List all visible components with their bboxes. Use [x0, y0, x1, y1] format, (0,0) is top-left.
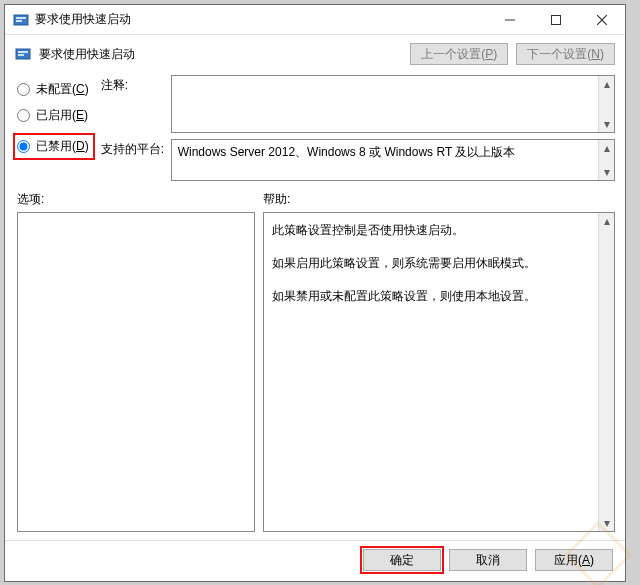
scroll-up-icon[interactable]: ▴ — [599, 140, 614, 156]
window-title: 要求使用快速启动 — [35, 11, 131, 28]
radio-disabled-input[interactable] — [17, 140, 30, 153]
next-setting-button[interactable]: 下一个设置(N) — [516, 43, 615, 65]
radio-enabled[interactable]: 已启用(E) — [17, 107, 95, 124]
scroll-track[interactable] — [599, 229, 614, 515]
svg-rect-8 — [18, 51, 28, 53]
policy-icon — [15, 46, 31, 62]
svg-rect-2 — [16, 20, 22, 22]
cancel-button[interactable]: 取消 — [449, 549, 527, 571]
scroll-track[interactable] — [599, 156, 614, 164]
highlight-disabled: 已禁用(D) — [13, 133, 95, 160]
fields-column: 注释: ▴ ▾ 支持的平台: Windows Server 2012、Windo… — [101, 75, 615, 181]
platform-label: 支持的平台: — [101, 139, 165, 158]
ok-button-label: 确定 — [390, 552, 414, 569]
help-scrollbar[interactable]: ▴ ▾ — [598, 213, 614, 531]
config-area: 未配置(C) 已启用(E) 已禁用(D) 注释: ▴ — [5, 73, 625, 181]
comment-textarea[interactable]: ▴ ▾ — [171, 75, 615, 133]
policy-title: 要求使用快速启动 — [39, 46, 135, 63]
app-icon — [13, 12, 29, 28]
cancel-button-label: 取消 — [476, 552, 500, 569]
platform-value: Windows Server 2012、Windows 8 或 Windows … — [178, 145, 516, 159]
scroll-up-icon[interactable]: ▴ — [599, 213, 614, 229]
scroll-down-icon[interactable]: ▾ — [599, 116, 614, 132]
comment-scrollbar[interactable]: ▴ ▾ — [598, 76, 614, 132]
panels: 此策略设置控制是否使用快速启动。 如果启用此策略设置，则系统需要启用休眠模式。 … — [5, 212, 625, 540]
help-paragraph: 如果启用此策略设置，则系统需要启用休眠模式。 — [272, 252, 594, 275]
apply-button[interactable]: 应用(A) — [535, 549, 613, 571]
help-paragraph: 如果禁用或未配置此策略设置，则使用本地设置。 — [272, 285, 594, 308]
close-button[interactable] — [579, 5, 625, 35]
platform-row: 支持的平台: Windows Server 2012、Windows 8 或 W… — [101, 139, 615, 181]
svg-rect-4 — [552, 15, 561, 24]
scroll-down-icon[interactable]: ▾ — [599, 515, 614, 531]
radio-disabled[interactable]: 已禁用(D) — [17, 138, 89, 155]
options-label: 选项: — [17, 191, 263, 208]
svg-rect-9 — [18, 54, 24, 56]
ok-button[interactable]: 确定 — [363, 549, 441, 571]
radio-not-configured[interactable]: 未配置(C) — [17, 81, 95, 98]
scroll-track[interactable] — [599, 92, 614, 116]
platform-scrollbar[interactable]: ▴ ▾ — [598, 140, 614, 180]
radio-group: 未配置(C) 已启用(E) 已禁用(D) — [17, 75, 95, 181]
help-paragraph: 此策略设置控制是否使用快速启动。 — [272, 219, 594, 242]
button-row: 确定 取消 应用(A) — [5, 540, 625, 581]
help-panel: 此策略设置控制是否使用快速启动。 如果启用此策略设置，则系统需要启用休眠模式。 … — [263, 212, 615, 532]
comment-label: 注释: — [101, 75, 165, 94]
radio-enabled-input[interactable] — [17, 109, 30, 122]
svg-rect-1 — [16, 17, 26, 19]
radio-not-configured-input[interactable] — [17, 83, 30, 96]
minimize-button[interactable] — [487, 5, 533, 35]
options-panel — [17, 212, 255, 532]
section-labels: 选项: 帮助: — [5, 181, 625, 212]
help-label: 帮助: — [263, 191, 613, 208]
dialog-window: 要求使用快速启动 要求使用快速启动 上一个设置(P) 下一个设置(N) 未配置(… — [4, 4, 626, 582]
previous-setting-button[interactable]: 上一个设置(P) — [410, 43, 508, 65]
maximize-button[interactable] — [533, 5, 579, 35]
platform-box: Windows Server 2012、Windows 8 或 Windows … — [171, 139, 615, 181]
header-strip: 要求使用快速启动 上一个设置(P) 下一个设置(N) — [5, 35, 625, 73]
titlebar: 要求使用快速启动 — [5, 5, 625, 35]
comment-row: 注释: ▴ ▾ — [101, 75, 615, 133]
scroll-up-icon[interactable]: ▴ — [599, 76, 614, 92]
scroll-down-icon[interactable]: ▾ — [599, 164, 614, 180]
